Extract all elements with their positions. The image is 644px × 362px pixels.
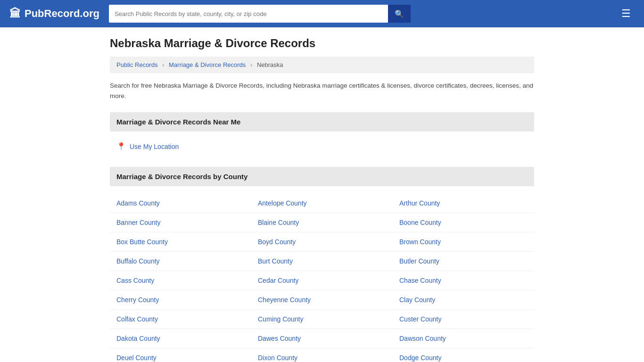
logo-icon: 🏛: [9, 7, 21, 20]
list-item: Adams County: [110, 194, 251, 213]
county-link[interactable]: Cass County: [116, 277, 154, 284]
list-item: Dakota County: [110, 329, 251, 348]
county-link[interactable]: Adams County: [116, 199, 160, 207]
county-link[interactable]: Colfax County: [116, 315, 158, 323]
county-link[interactable]: Dodge County: [399, 354, 442, 362]
county-link[interactable]: Chase County: [399, 277, 441, 284]
county-link[interactable]: Custer County: [399, 315, 441, 323]
list-item: Boyd County: [251, 232, 393, 252]
header: 🏛 PubRecord.org 🔍 ☰: [0, 0, 644, 27]
county-link[interactable]: Dakota County: [116, 335, 160, 342]
county-link[interactable]: Dixon County: [258, 354, 297, 362]
county-link[interactable]: Dawson County: [399, 335, 446, 342]
breadcrumb-link-marriage-divorce[interactable]: Marriage & Divorce Records: [169, 61, 246, 68]
list-item: Cedar County: [251, 271, 393, 290]
county-link[interactable]: Boyd County: [258, 238, 296, 246]
list-item: Dixon County: [251, 348, 393, 362]
list-item: Banner County: [110, 213, 251, 232]
county-link[interactable]: Box Butte County: [116, 238, 168, 246]
list-item: Clay County: [393, 290, 534, 310]
county-section: Marriage & Divorce Records by County Ada…: [110, 167, 534, 362]
near-me-section: Marriage & Divorce Records Near Me 📍 Use…: [110, 112, 534, 154]
main-content: Nebraska Marriage & Divorce Records Publ…: [100, 27, 544, 362]
list-item: Butler County: [393, 252, 534, 271]
list-item: Antelope County: [251, 194, 393, 213]
search-icon: 🔍: [395, 9, 404, 18]
list-item: Dawson County: [393, 329, 534, 348]
search-button[interactable]: 🔍: [388, 5, 411, 23]
breadcrumb: Public Records › Marriage & Divorce Reco…: [110, 57, 534, 73]
logo[interactable]: 🏛 PubRecord.org: [9, 7, 99, 20]
list-item: Cherry County: [110, 290, 251, 310]
county-link[interactable]: Boone County: [399, 219, 441, 226]
list-item: Blaine County: [251, 213, 393, 232]
list-item: Arthur County: [393, 194, 534, 213]
page-description: Search for free Nebraska Marriage & Divo…: [110, 81, 534, 101]
list-item: Chase County: [393, 271, 534, 290]
list-item: Burt County: [251, 252, 393, 271]
menu-button[interactable]: ☰: [618, 6, 635, 22]
county-section-header: Marriage & Divorce Records by County: [110, 167, 534, 186]
county-grid: Adams CountyAntelope CountyArthur County…: [110, 194, 534, 362]
list-item: Box Butte County: [110, 232, 251, 252]
use-location-button[interactable]: 📍 Use My Location: [110, 139, 185, 154]
county-link[interactable]: Antelope County: [258, 199, 307, 207]
list-item: Custer County: [393, 310, 534, 329]
list-item: Dawes County: [251, 329, 393, 348]
county-link[interactable]: Cedar County: [258, 277, 298, 284]
county-link[interactable]: Deuel County: [116, 354, 157, 362]
county-link[interactable]: Blaine County: [258, 219, 299, 226]
use-location-label: Use My Location: [130, 143, 179, 150]
county-link[interactable]: Brown County: [399, 238, 441, 246]
breadcrumb-separator-1: ›: [162, 61, 164, 68]
list-item: Dodge County: [393, 348, 534, 362]
list-item: Colfax County: [110, 310, 251, 329]
logo-text: PubRecord.org: [25, 8, 99, 20]
list-item: Cass County: [110, 271, 251, 290]
breadcrumb-link-public-records[interactable]: Public Records: [116, 61, 157, 68]
list-item: Deuel County: [110, 348, 251, 362]
list-item: Cheyenne County: [251, 290, 393, 310]
county-link[interactable]: Buffalo County: [116, 257, 160, 265]
search-container: 🔍: [109, 5, 411, 23]
county-link[interactable]: Banner County: [116, 219, 160, 226]
county-link[interactable]: Cheyenne County: [258, 296, 311, 304]
county-link[interactable]: Clay County: [399, 296, 435, 304]
county-link[interactable]: Cherry County: [116, 296, 159, 304]
county-link[interactable]: Burt County: [258, 257, 293, 265]
search-input[interactable]: [109, 5, 388, 23]
location-pin-icon: 📍: [116, 142, 126, 151]
county-link[interactable]: Dawes County: [258, 335, 301, 342]
breadcrumb-current: Nebraska: [257, 61, 283, 68]
county-link[interactable]: Butler County: [399, 257, 439, 265]
list-item: Cuming County: [251, 310, 393, 329]
hamburger-icon: ☰: [621, 8, 631, 19]
breadcrumb-separator-2: ›: [250, 61, 252, 68]
near-me-header: Marriage & Divorce Records Near Me: [110, 112, 534, 132]
county-link[interactable]: Cuming County: [258, 315, 304, 323]
page-title: Nebraska Marriage & Divorce Records: [110, 37, 534, 50]
list-item: Buffalo County: [110, 252, 251, 271]
county-link[interactable]: Arthur County: [399, 199, 440, 207]
list-item: Brown County: [393, 232, 534, 252]
list-item: Boone County: [393, 213, 534, 232]
